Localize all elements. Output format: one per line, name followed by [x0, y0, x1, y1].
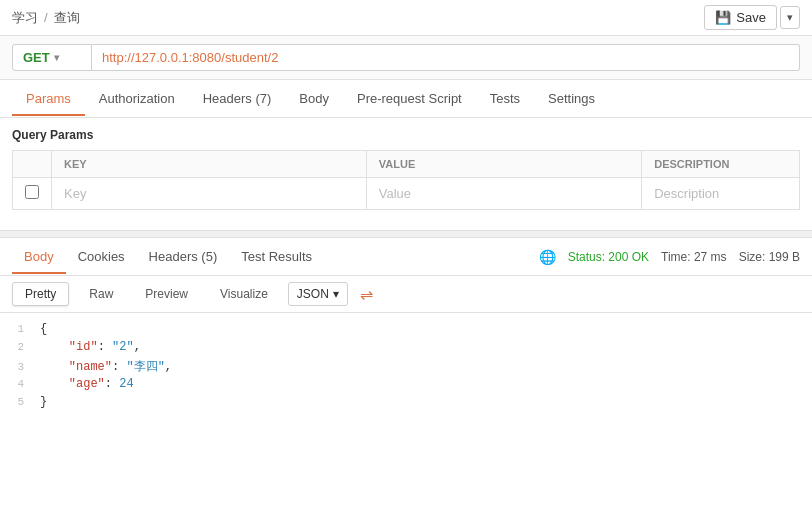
top-actions: 💾 Save ▾ — [704, 5, 800, 30]
save-dropdown-button[interactable]: ▾ — [780, 6, 800, 29]
table-row: Key Value Description — [13, 178, 800, 210]
tab-settings[interactable]: Settings — [534, 83, 609, 116]
code-area: 1 { 2 "id": "2", 3 "name": "李四", 4 "age"… — [0, 313, 812, 420]
format-pretty[interactable]: Pretty — [12, 282, 69, 306]
method-select[interactable]: GET ▾ — [12, 44, 92, 71]
col-key: KEY — [52, 151, 367, 178]
save-label: Save — [736, 10, 766, 25]
response-tab-list: Body Cookies Headers (5) Test Results — [12, 241, 324, 273]
format-raw[interactable]: Raw — [77, 283, 125, 305]
response-tabs: Body Cookies Headers (5) Test Results 🌐 … — [0, 238, 812, 276]
format-type-label: JSON — [297, 287, 329, 301]
code-line-5: 5 } — [0, 394, 812, 412]
size-text: Size: 199 B — [739, 250, 800, 264]
line-num-5: 5 — [0, 396, 40, 408]
row-checkbox[interactable] — [25, 185, 39, 199]
line-num-3: 3 — [0, 361, 40, 373]
response-tab-headers[interactable]: Headers (5) — [137, 241, 230, 274]
time-text: Time: 27 ms — [661, 250, 727, 264]
code-line-4: 4 "age": 24 — [0, 376, 812, 394]
col-check — [13, 151, 52, 178]
format-preview[interactable]: Preview — [133, 283, 200, 305]
query-params-section: Query Params KEY VALUE DESCRIPTION Key V… — [0, 118, 812, 210]
tab-body[interactable]: Body — [285, 83, 343, 116]
key-cell[interactable]: Key — [52, 178, 367, 210]
code-line-1: 1 { — [0, 321, 812, 339]
tab-prerequest[interactable]: Pre-request Script — [343, 83, 476, 116]
col-description: DESCRIPTION — [642, 151, 800, 178]
line-num-2: 2 — [0, 341, 40, 353]
code-line-3: 3 "name": "李四", — [0, 357, 812, 376]
breadcrumb-sep: / — [44, 10, 48, 25]
code-content-1: { — [40, 322, 812, 336]
line-num-4: 4 — [0, 378, 40, 390]
url-bar: GET ▾ — [0, 36, 812, 80]
top-bar: 学习 / 查询 💾 Save ▾ — [0, 0, 812, 36]
code-content-3: "name": "李四", — [40, 358, 812, 375]
params-table: KEY VALUE DESCRIPTION Key Value Descript… — [12, 150, 800, 210]
breadcrumb-item-2[interactable]: 查询 — [54, 9, 80, 27]
request-tabs: Params Authorization Headers (7) Body Pr… — [0, 80, 812, 118]
code-content-2: "id": "2", — [40, 340, 812, 354]
row-check-cell — [13, 178, 52, 210]
tab-params[interactable]: Params — [12, 83, 85, 116]
format-bar: Pretty Raw Preview Visualize JSON ▾ ⇌ — [0, 276, 812, 313]
globe-icon: 🌐 — [539, 249, 556, 265]
response-tab-test-results[interactable]: Test Results — [229, 241, 324, 274]
key-placeholder: Key — [64, 186, 86, 201]
code-content-5: } — [40, 395, 812, 409]
code-content-4: "age": 24 — [40, 377, 812, 391]
tab-tests[interactable]: Tests — [476, 83, 534, 116]
save-icon: 💾 — [715, 10, 731, 25]
col-value: VALUE — [366, 151, 641, 178]
format-type-arrow: ▾ — [333, 287, 339, 301]
format-type-select[interactable]: JSON ▾ — [288, 282, 348, 306]
breadcrumb-item-1[interactable]: 学习 — [12, 9, 38, 27]
save-button[interactable]: 💾 Save — [704, 5, 777, 30]
section-divider — [0, 230, 812, 238]
breadcrumb: 学习 / 查询 — [12, 9, 80, 27]
method-label: GET — [23, 50, 50, 65]
url-input[interactable] — [92, 44, 800, 71]
wrap-icon[interactable]: ⇌ — [356, 283, 377, 306]
response-status: 🌐 Status: 200 OK Time: 27 ms Size: 199 B — [539, 249, 800, 265]
tab-headers[interactable]: Headers (7) — [189, 83, 286, 116]
format-visualize[interactable]: Visualize — [208, 283, 280, 305]
method-dropdown-icon: ▾ — [54, 52, 59, 63]
response-tab-cookies[interactable]: Cookies — [66, 241, 137, 274]
query-params-title: Query Params — [12, 128, 800, 142]
status-text: Status: 200 OK — [568, 250, 649, 264]
value-cell[interactable]: Value — [366, 178, 641, 210]
description-cell[interactable]: Description — [642, 178, 800, 210]
value-placeholder: Value — [379, 186, 411, 201]
line-num-1: 1 — [0, 323, 40, 335]
tab-authorization[interactable]: Authorization — [85, 83, 189, 116]
code-line-2: 2 "id": "2", — [0, 339, 812, 357]
response-tab-body[interactable]: Body — [12, 241, 66, 274]
description-placeholder: Description — [654, 186, 719, 201]
